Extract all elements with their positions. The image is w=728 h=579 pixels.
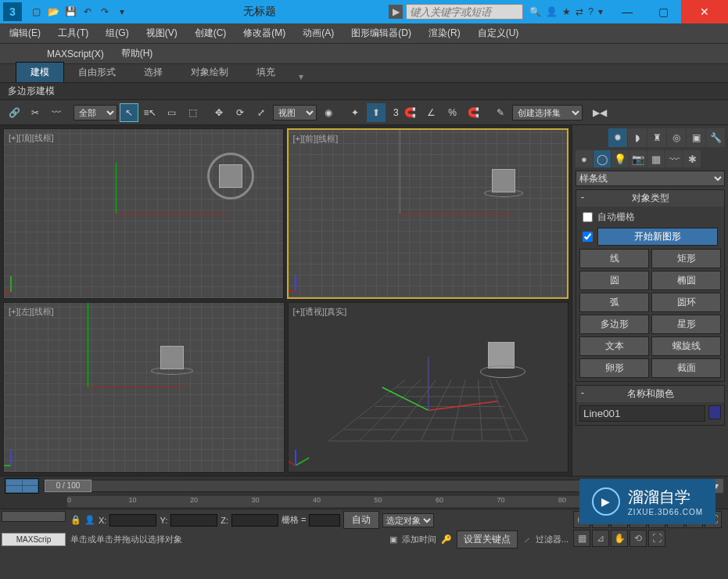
donut-button[interactable]: 圆环 [651,293,721,312]
select-object-icon[interactable]: ↖ [120,103,138,122]
auto-key-button[interactable]: 自动 [343,511,379,529]
fov-icon[interactable]: ⊿ [592,530,609,547]
spinner-snap-icon[interactable]: 🧲 [464,103,483,122]
viewport-left[interactable]: [+][左][线框] [3,302,285,473]
help-icon[interactable]: ? [588,6,594,17]
favorite-icon[interactable]: ★ [562,6,571,17]
snap-toggle-icon[interactable]: 🧲 [401,103,420,122]
viewport-perspective[interactable]: [+][透视][真实] [288,302,569,473]
z-coord-input[interactable] [231,514,278,527]
person-icon[interactable]: 👤 [84,515,95,525]
new-icon[interactable]: ▢ [28,4,44,20]
qat-dropdown-icon[interactable]: ▾ [114,4,130,20]
start-shape-checkbox[interactable] [583,232,593,242]
set-key-button[interactable]: 设置关键点 [457,530,518,548]
ribbon-expand-icon[interactable]: ▾ [294,71,308,82]
app-icon[interactable]: 3 [3,2,22,21]
menu-animation[interactable]: 动画(A) [303,27,334,40]
menu-tools[interactable]: 工具(T) [58,27,88,40]
unlink-icon[interactable]: ✂ [26,103,45,122]
time-slider-handle[interactable]: 0 / 100 [45,480,91,492]
redo-icon[interactable]: ↷ [97,4,113,20]
menu-customize[interactable]: 自定义(U) [478,27,519,40]
key-filter-icon[interactable]: ⟋ [522,535,531,545]
egg-button[interactable]: 卵形 [579,358,649,378]
edit-named-icon[interactable]: ✎ [491,103,510,122]
poly-modeling-label[interactable]: 多边形建模 [8,85,55,98]
close-button[interactable]: ✕ [681,0,728,23]
scale-icon[interactable]: ⤢ [252,103,271,122]
mirror-icon[interactable]: ▶◀ [590,103,609,122]
menu-view[interactable]: 视图(V) [146,27,178,40]
object-name-input[interactable] [579,405,705,422]
systems-icon[interactable]: ✱ [683,150,701,167]
ngon-button[interactable]: 多边形 [579,315,649,334]
bind-icon[interactable]: 〰 [47,103,66,122]
link-icon[interactable]: 🔗 [5,103,23,122]
helpers-icon[interactable]: ▦ [647,150,665,167]
cameras-icon[interactable]: 📷 [629,150,647,167]
menu-edit[interactable]: 编辑(E) [9,27,41,40]
manipulate-icon[interactable]: ✦ [346,103,364,122]
section-button[interactable]: 截面 [651,358,721,378]
star-button[interactable]: 星形 [651,315,721,334]
lights-icon[interactable]: 💡 [611,150,629,167]
keyboard-shortcut-icon[interactable]: ⬆ [367,103,386,122]
line-button[interactable]: 线 [579,249,649,268]
grid-input[interactable] [309,514,340,527]
search-input[interactable] [406,4,523,20]
viewport-front[interactable]: [+][前][线框] [287,128,569,299]
binoculars-icon[interactable]: 🔍 [529,6,541,17]
open-icon[interactable]: 📂 [45,4,61,20]
menu-help[interactable]: 帮助(H) [121,47,153,60]
rotate-icon[interactable]: ⟳ [231,103,249,122]
maxscript-button[interactable]: MAXScrip [2,533,66,546]
key-target-dropdown[interactable]: 选定对象 [382,513,434,527]
tab-selection[interactable]: 选择 [130,63,177,82]
pan-icon[interactable]: ✋ [611,530,628,547]
ellipse-button[interactable]: 椭圆 [651,271,721,290]
orbit-icon[interactable]: ⟲ [629,530,647,547]
move-icon[interactable]: ✥ [210,103,228,122]
motion-tab-icon[interactable]: ◎ [667,128,686,147]
menu-group[interactable]: 组(G) [106,27,128,40]
undo-icon[interactable]: ↶ [80,4,95,20]
lock-icon[interactable]: 🔒 [70,515,81,525]
maximize-button[interactable]: ▢ [645,0,681,23]
shapes-icon[interactable]: ◯ [594,150,611,167]
signin-icon[interactable]: 👤 [546,6,558,17]
min-max-icon[interactable]: ⛶ [648,530,665,547]
window-crossing-icon[interactable]: ⬚ [183,103,202,122]
select-name-icon[interactable]: ≡↖ [141,103,160,122]
search-go-icon[interactable]: ▶ [389,5,403,19]
pivot-icon[interactable]: ◉ [319,103,338,122]
exchange-icon[interactable]: ⇄ [576,6,583,17]
percent-snap-icon[interactable]: % [443,103,462,122]
save-icon[interactable]: 💾 [63,4,78,20]
zoom-extents-icon[interactable]: ▦ [573,530,590,547]
rectangle-button[interactable]: 矩形 [651,249,721,268]
geometry-icon[interactable]: ● [576,150,593,167]
x-coord-input[interactable] [109,514,156,527]
auto-grid-checkbox[interactable] [583,212,593,222]
tab-modeling[interactable]: 建模 [16,62,64,82]
color-swatch[interactable] [708,405,721,419]
key-icon[interactable]: 🔑 [441,534,452,545]
hierarchy-tab-icon[interactable]: ♜ [647,128,666,147]
arc-button[interactable]: 弧 [579,293,649,312]
display-tab-icon[interactable]: ▣ [687,128,705,147]
menu-graph[interactable]: 图形编辑器(D) [351,27,411,40]
minimize-button[interactable]: — [609,0,645,23]
modify-tab-icon[interactable]: ◗ [628,128,647,147]
angle-snap-icon[interactable]: ∠ [422,103,441,122]
viewport-top[interactable]: [+][顶][线框] [3,128,284,299]
shape-category-dropdown[interactable]: 样条线 [576,171,725,186]
circle-button[interactable]: 圆 [579,271,649,290]
viewport-layout-icon[interactable] [5,478,39,494]
menu-modifier[interactable]: 修改器(M) [243,27,285,40]
menu-render[interactable]: 渲染(R) [429,27,461,40]
start-new-shape-button[interactable]: 开始新图形 [597,228,718,246]
space-warps-icon[interactable]: 〰 [665,150,683,167]
region-rect-icon[interactable]: ▭ [162,103,181,122]
selection-filter-dropdown[interactable]: 全部 [74,105,117,120]
